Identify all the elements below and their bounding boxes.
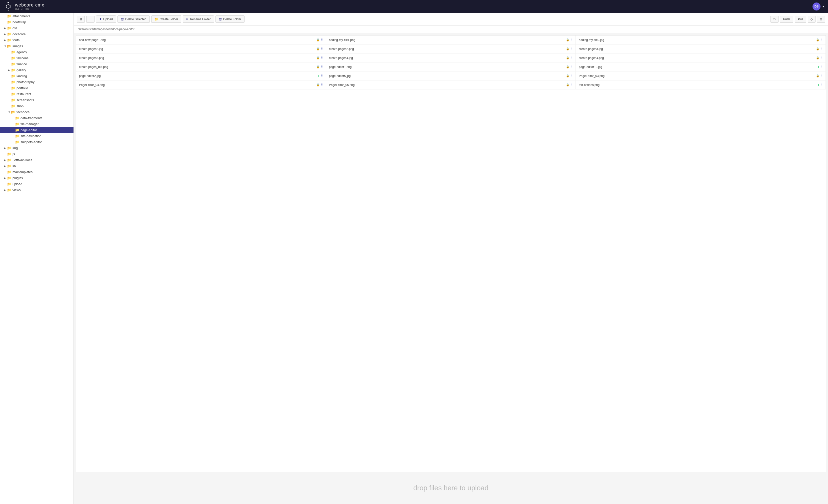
file-grid-icon[interactable]: ⠿	[571, 74, 573, 78]
file-item[interactable]: create-pages4.png🔒⠿	[576, 53, 826, 62]
sidebar-label-restaurant: restaurant	[16, 92, 31, 96]
file-grid-icon[interactable]: ⠿	[821, 65, 823, 68]
file-lock-icon: 🔒	[566, 38, 570, 42]
file-grid-icon[interactable]: ⠿	[321, 65, 323, 68]
file-grid-icon[interactable]: ⠿	[571, 65, 573, 68]
file-grid-icon[interactable]: ⠿	[321, 83, 323, 86]
sidebar-item-file-manager[interactable]: 📁 file-manager	[0, 121, 74, 127]
sidebar-item-photography[interactable]: 📁 photography	[0, 79, 74, 85]
sidebar-item-LeftNav-Docs[interactable]: ▶📁 LeftNav-Docs	[0, 157, 74, 163]
avatar[interactable]: DS	[813, 2, 821, 10]
sidebar-label-css: css	[12, 26, 17, 30]
file-item[interactable]: create-pages2.jpg🔒⠿	[76, 44, 326, 53]
sidebar-item-snippets-editor[interactable]: 📁 snippets-editor	[0, 139, 74, 145]
tree-toggle-lib: ▶	[4, 165, 7, 168]
file-grid-icon[interactable]: ⠿	[821, 56, 823, 59]
sidebar-item-docscore[interactable]: ▶📁 docscore	[0, 31, 74, 37]
chevron-down-icon[interactable]: ▾	[823, 5, 824, 8]
folder-icon-shop: 📁	[11, 104, 15, 108]
folder-icon-js: 📁	[7, 152, 11, 156]
file-grid-icon[interactable]: ⠿	[571, 38, 573, 42]
file-item[interactable]: create-pages3.png🔒⠿	[76, 53, 326, 62]
file-action-icons: 🔒⠿	[316, 38, 323, 42]
file-grid-icon[interactable]: ⠿	[821, 74, 823, 78]
file-lock-icon: 🔒	[566, 83, 570, 86]
file-grid-icon[interactable]: ⠿	[821, 38, 823, 42]
file-grid-icon[interactable]: ⠿	[321, 38, 323, 42]
diamond-button[interactable]: ◇	[808, 16, 816, 23]
sidebar-item-portfolio[interactable]: 📁 portfolio	[0, 85, 74, 91]
delete-folder-button[interactable]: 🗑 Delete Folder	[215, 15, 245, 23]
sidebar-item-restaurant[interactable]: 📁 restaurant	[0, 91, 74, 97]
file-item[interactable]: PageEditor_05.png🔒⠿	[326, 81, 576, 89]
sidebar-item-bootstrap[interactable]: 📁 bootstrap	[0, 19, 74, 25]
sidebar-item-js[interactable]: 📁 js	[0, 151, 74, 157]
sidebar-item-agency[interactable]: 📁 agency	[0, 49, 74, 55]
file-plus-icon[interactable]: +	[318, 74, 320, 78]
sidebar-item-img[interactable]: ▶📁 img	[0, 145, 74, 151]
file-grid-icon[interactable]: ⠿	[571, 47, 573, 50]
sidebar-item-favicons[interactable]: 📁 favicons	[0, 55, 74, 61]
file-grid-icon[interactable]: ⠿	[821, 83, 823, 86]
sidebar-item-views[interactable]: ▶📁 views	[0, 187, 74, 193]
upload-label: Upload	[103, 17, 113, 21]
pull-button[interactable]: Pull	[795, 16, 806, 23]
file-item[interactable]: tab-options.png+⠿	[576, 81, 826, 89]
sidebar-item-shop[interactable]: 📁 shop	[0, 103, 74, 109]
file-grid-icon[interactable]: ⠿	[321, 47, 323, 50]
file-item[interactable]: create-pages_but.png🔒⠿	[76, 62, 326, 72]
rename-folder-button[interactable]: ✏ Rename Folder	[183, 15, 214, 23]
file-item[interactable]: adding-my-file1.png🔒⠿	[326, 36, 576, 44]
sidebar-item-mailtemplates[interactable]: 📁 mailtemplates	[0, 169, 74, 175]
sidebar-item-data-fragments[interactable]: 📁 data-fragments	[0, 115, 74, 121]
sidebar-item-gallery[interactable]: ▶📁 gallery	[0, 67, 74, 73]
sidebar-label-portfolio: portfolio	[16, 86, 28, 90]
file-item[interactable]: PageEditor_03.png🔒⠿	[576, 72, 826, 81]
file-item[interactable]: PageEditor_04.png🔒⠿	[76, 81, 326, 89]
sidebar-item-techdocs[interactable]: ▼📂 techdocs	[0, 109, 74, 115]
refresh-button[interactable]: ↻	[771, 16, 779, 23]
file-plus-icon[interactable]: +	[818, 65, 820, 69]
file-item[interactable]: page-editor10.jpg+⠿	[576, 62, 826, 72]
delete-selected-button[interactable]: 🗑 Delete Selected	[118, 15, 150, 23]
sidebar-item-plugins[interactable]: ▶📁 plugins	[0, 175, 74, 181]
sidebar-item-finance[interactable]: 📁 finance	[0, 61, 74, 67]
folder-icon-screenshots: 📁	[11, 98, 15, 102]
file-lock-icon: 🔒	[316, 38, 320, 42]
sidebar-item-site-navigation[interactable]: 📁 site-navigation	[0, 133, 74, 139]
file-item[interactable]: create-pages2.png🔒⠿	[326, 44, 576, 53]
file-item[interactable]: adding-my-file2.jpg🔒⠿	[576, 36, 826, 44]
drop-zone-text: drop files here to upload	[413, 484, 488, 492]
folder-icon-plugins: 📁	[7, 176, 11, 180]
sidebar-item-attachments[interactable]: 📁 attachments	[0, 13, 74, 19]
file-item[interactable]: page-editor1.png🔒⠿	[326, 62, 576, 72]
file-item[interactable]: create-pages3.jpg🔒⠿	[576, 44, 826, 53]
file-item[interactable]: add-new-page1.png🔒⠿	[76, 36, 326, 44]
file-grid-icon[interactable]: ⠿	[321, 56, 323, 59]
sidebar-item-screenshots[interactable]: 📁 screenshots	[0, 97, 74, 103]
file-item[interactable]: create-pages4.jpg🔒⠿	[326, 53, 576, 62]
sidebar-item-lib[interactable]: ▶📁 lib	[0, 163, 74, 169]
push-button[interactable]: Push	[780, 16, 793, 23]
upload-button[interactable]: ⬆ Upload	[96, 15, 116, 23]
file-item[interactable]: page-editor5.jpg🔒⠿	[326, 72, 576, 81]
file-grid-icon[interactable]: ⠿	[571, 56, 573, 59]
file-grid-icon[interactable]: ⠿	[571, 83, 573, 86]
sidebar-label-views: views	[12, 188, 21, 192]
file-item[interactable]: page-editor2.jpg+⠿	[76, 72, 326, 81]
extra-button[interactable]: ⊞	[817, 16, 825, 23]
sidebar-item-images[interactable]: ▼📂 images	[0, 43, 74, 49]
sidebar-item-landing[interactable]: 📁 landing	[0, 73, 74, 79]
grid-view-button[interactable]: ⊞	[77, 16, 85, 23]
sidebar-item-css[interactable]: ▶📁 css	[0, 25, 74, 31]
sidebar-item-upload[interactable]: 📁 upload	[0, 181, 74, 187]
file-grid-icon[interactable]: ⠿	[821, 47, 823, 50]
drop-zone[interactable]: drop files here to upload	[76, 474, 826, 502]
file-grid-icon[interactable]: ⠿	[321, 74, 323, 78]
sidebar-item-page-editor[interactable]: 📁 page-editor	[0, 127, 74, 133]
tree-toggle-techdocs: ▼	[8, 111, 11, 113]
sidebar-item-fonts[interactable]: ▶📁 fonts	[0, 37, 74, 43]
list-view-button[interactable]: ☰	[86, 16, 94, 23]
file-plus-icon[interactable]: +	[818, 83, 820, 87]
create-folder-button[interactable]: 📁 Create Folder	[151, 15, 181, 23]
